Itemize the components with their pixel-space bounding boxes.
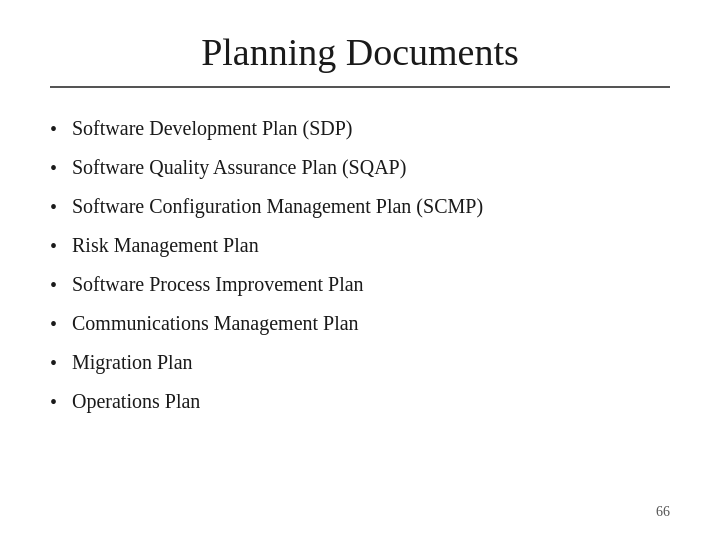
list-item: •Software Process Improvement Plan <box>50 270 670 299</box>
bullet-dot: • <box>50 115 72 143</box>
bullet-text: Risk Management Plan <box>72 231 670 259</box>
bullet-text: Operations Plan <box>72 387 670 415</box>
bullet-dot: • <box>50 310 72 338</box>
list-item: •Migration Plan <box>50 348 670 377</box>
slide: Planning Documents •Software Development… <box>0 0 720 540</box>
bullet-text: Software Quality Assurance Plan (SQAP) <box>72 153 670 181</box>
bullet-list: •Software Development Plan (SDP)•Softwar… <box>50 114 670 416</box>
bullet-dot: • <box>50 154 72 182</box>
bullet-dot: • <box>50 232 72 260</box>
bullet-dot: • <box>50 271 72 299</box>
slide-title: Planning Documents <box>50 30 670 88</box>
bullet-text: Software Development Plan (SDP) <box>72 114 670 142</box>
page-number: 66 <box>50 496 670 520</box>
slide-content: •Software Development Plan (SDP)•Softwar… <box>50 104 670 496</box>
bullet-text: Migration Plan <box>72 348 670 376</box>
list-item: •Software Configuration Management Plan … <box>50 192 670 221</box>
bullet-text: Software Process Improvement Plan <box>72 270 670 298</box>
list-item: •Operations Plan <box>50 387 670 416</box>
bullet-text: Software Configuration Management Plan (… <box>72 192 670 220</box>
list-item: •Software Quality Assurance Plan (SQAP) <box>50 153 670 182</box>
bullet-text: Communications Management Plan <box>72 309 670 337</box>
list-item: •Risk Management Plan <box>50 231 670 260</box>
bullet-dot: • <box>50 349 72 377</box>
list-item: •Communications Management Plan <box>50 309 670 338</box>
list-item: •Software Development Plan (SDP) <box>50 114 670 143</box>
bullet-dot: • <box>50 388 72 416</box>
bullet-dot: • <box>50 193 72 221</box>
